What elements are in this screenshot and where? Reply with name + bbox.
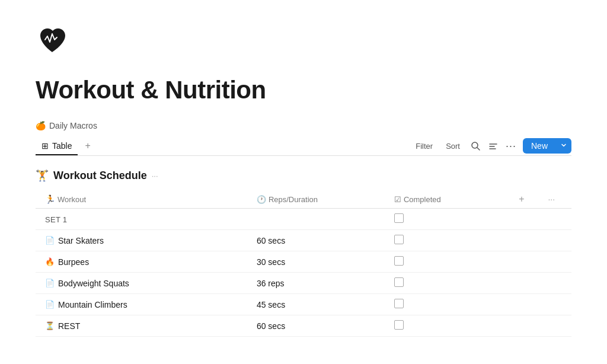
table-header-row: 🏃 Workout 🕐 Reps/Duration ☑ Completed + xyxy=(36,190,571,209)
new-button[interactable]: New xyxy=(523,138,556,154)
check-col-icon: ☑ xyxy=(394,195,401,204)
row-workout-name: 🔥 Burpees xyxy=(36,251,250,273)
table-row[interactable]: 🔥 Burpees 30 secs xyxy=(36,251,571,273)
more-options-icon[interactable]: ··· xyxy=(505,140,517,152)
section-title: Workout Schedule xyxy=(53,170,147,182)
app-icon xyxy=(36,24,571,59)
new-button-group: New xyxy=(523,138,571,154)
table-row[interactable]: 📄 Mountain Climbers 45 secs xyxy=(36,294,571,315)
row-more xyxy=(541,294,571,315)
section-icon: 🏋️ xyxy=(36,169,49,182)
workout-name-text: Burpees xyxy=(58,257,89,267)
checkbox[interactable] xyxy=(394,320,404,330)
row-add xyxy=(509,209,541,230)
checkbox[interactable] xyxy=(394,235,404,244)
col-header-completed: ☑ Completed xyxy=(387,190,509,209)
tabs-right: Filter Sort ··· New xyxy=(412,138,571,154)
row-completed[interactable] xyxy=(387,294,509,315)
table-icon: ⊞ xyxy=(41,141,49,151)
row-add xyxy=(509,315,541,337)
row-reps xyxy=(250,209,387,230)
col-add-header[interactable]: + xyxy=(509,190,541,209)
row-workout-name: 📄 Mountain Climbers xyxy=(36,294,250,315)
database-section: 🍊 Daily Macros xyxy=(36,121,571,130)
add-column-icon[interactable]: + xyxy=(516,194,526,204)
row-add xyxy=(509,230,541,251)
checkbox[interactable] xyxy=(394,299,404,308)
row-more xyxy=(541,251,571,273)
table-row[interactable]: SET 1 xyxy=(36,209,571,230)
new-button-chevron[interactable] xyxy=(556,139,571,153)
workout-name-text: REST xyxy=(58,321,80,331)
tab-table-label: Table xyxy=(52,141,72,151)
tabs-bar: ⊞ Table + Filter Sort ··· New xyxy=(36,136,571,156)
workout-table: 🏃 Workout 🕐 Reps/Duration ☑ Completed + xyxy=(36,190,571,337)
doc-icon: 📄 xyxy=(45,279,55,288)
fire-icon: 🔥 xyxy=(45,257,55,266)
table-section-header: 🏋️ Workout Schedule ··· xyxy=(36,165,571,186)
checkbox[interactable] xyxy=(394,213,404,223)
table-body: SET 1 📄 Star Skaters 60 secs 🔥 Burpees xyxy=(36,209,571,337)
row-add xyxy=(509,294,541,315)
row-more xyxy=(541,315,571,337)
row-reps: 36 reps xyxy=(250,273,387,294)
layout-icon[interactable] xyxy=(487,140,499,152)
tab-add-button[interactable]: + xyxy=(80,137,95,156)
workout-name-text: Star Skaters xyxy=(58,236,104,245)
row-reps: 30 secs xyxy=(250,251,387,273)
row-add xyxy=(509,251,541,273)
row-completed[interactable] xyxy=(387,251,509,273)
row-workout-name: 📄 Star Skaters xyxy=(36,230,250,251)
clock-col-icon: 🕐 xyxy=(257,195,266,204)
doc-icon: 📄 xyxy=(45,300,55,309)
row-completed[interactable] xyxy=(387,209,509,230)
row-add xyxy=(509,273,541,294)
section-menu-icon[interactable]: ··· xyxy=(152,171,158,180)
row-workout-name: ⏳ REST xyxy=(36,315,250,337)
checkbox[interactable] xyxy=(394,277,404,287)
table-row[interactable]: 📄 Bodyweight Squats 36 reps xyxy=(36,273,571,294)
filter-button[interactable]: Filter xyxy=(412,139,436,153)
row-more xyxy=(541,230,571,251)
row-completed[interactable] xyxy=(387,315,509,337)
row-reps: 45 secs xyxy=(250,294,387,315)
checkbox[interactable] xyxy=(394,256,404,266)
svg-line-1 xyxy=(477,148,480,150)
tabs-left: ⊞ Table + xyxy=(36,136,95,155)
row-reps: 60 secs xyxy=(250,315,387,337)
row-completed[interactable] xyxy=(387,230,509,251)
table-row[interactable]: ⏳ REST 60 secs xyxy=(36,315,571,337)
row-reps: 60 secs xyxy=(250,230,387,251)
table-row[interactable]: 📄 Star Skaters 60 secs xyxy=(36,230,571,251)
col-more-header[interactable]: ··· xyxy=(541,190,571,209)
col-header-workout: 🏃 Workout xyxy=(36,190,250,209)
workout-name-text: Bodyweight Squats xyxy=(58,279,129,288)
row-completed[interactable] xyxy=(387,273,509,294)
workout-name-text: Mountain Climbers xyxy=(58,300,127,309)
database-emoji: 🍊 xyxy=(36,121,46,130)
page-title: Workout & Nutrition xyxy=(36,76,571,104)
sort-button[interactable]: Sort xyxy=(442,139,464,153)
heart-pulse-icon xyxy=(36,24,69,57)
database-label[interactable]: 🍊 Daily Macros xyxy=(36,121,571,130)
row-more xyxy=(541,273,571,294)
row-more xyxy=(541,209,571,230)
search-icon[interactable] xyxy=(469,140,481,152)
doc-icon: 📄 xyxy=(45,236,55,245)
database-name: Daily Macros xyxy=(49,121,97,130)
person-run-icon: 🏃 xyxy=(45,194,55,204)
row-workout-name: 📄 Bodyweight Squats xyxy=(36,273,250,294)
col-more-icon[interactable]: ··· xyxy=(548,194,555,204)
timer-icon: ⏳ xyxy=(45,321,55,330)
row-set-name: SET 1 xyxy=(36,209,250,230)
tab-table[interactable]: ⊞ Table xyxy=(36,138,78,155)
col-header-reps: 🕐 Reps/Duration xyxy=(250,190,387,209)
